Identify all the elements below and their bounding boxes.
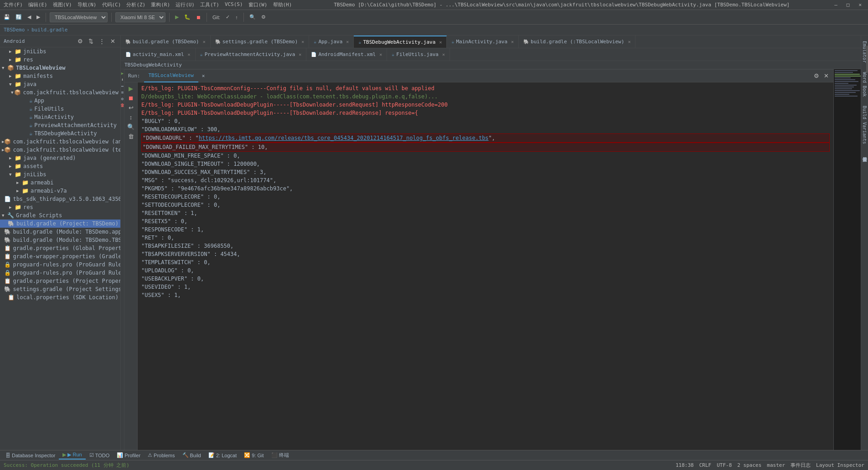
tab-close-icon[interactable]: ✕ — [439, 40, 442, 45]
tree-item-build-gradle-app[interactable]: 🐘 build.gradle (Module: TBSDemo.app) — [0, 228, 120, 236]
tree-item-armeabi-v7a[interactable]: ▶ 📁 armeabi-v7a — [0, 187, 120, 195]
sidebar-gear-icon[interactable]: ⋮ — [98, 37, 106, 45]
sidebar-settings-icon[interactable]: ⚙ — [76, 37, 84, 45]
status-position[interactable]: 118:38 — [676, 462, 694, 468]
git-btn-bottom[interactable]: 🔀 9: Git — [240, 451, 267, 459]
run-config-selector[interactable]: TBSLocalWebview — [50, 12, 108, 22]
breadcrumb-file[interactable]: build.gradle — [31, 27, 67, 33]
menu-tools[interactable]: 工具(T) — [200, 1, 219, 8]
tree-item-preview[interactable]: ☕ PreviewAttachmentActivity — [0, 121, 120, 129]
push-btn[interactable]: ↑ — [233, 14, 240, 21]
menu-code[interactable]: 代码(C) — [102, 1, 121, 8]
tree-item-package3[interactable]: ▶ 📦 com.jackfruit.tbslocalwebview (test) — [0, 146, 120, 154]
logcat-btn[interactable]: 📝 2: Logcat — [205, 451, 240, 459]
build-btn[interactable]: 🔨 Build — [179, 451, 205, 459]
tree-item-package2[interactable]: ▶ 📦 com.jackfruit.tbslocalwebview (andro… — [0, 138, 120, 146]
tree-item-build-gradle-local[interactable]: 🐘 build.gradle (Module: TBSDemo.TBSLocal… — [0, 236, 120, 244]
tree-item-res2[interactable]: ▶ 📁 res — [0, 203, 120, 211]
tab-file-utils[interactable]: ☕ FileUtils.java ✕ — [387, 48, 450, 61]
run-close-btn[interactable]: ✕ — [823, 72, 830, 80]
settings-btn[interactable]: ⚙ — [259, 13, 268, 21]
menu-run[interactable]: 运行(U) — [176, 1, 195, 8]
breadcrumb-project[interactable]: TBSDemo — [4, 27, 25, 33]
run-play-btn[interactable]: ▶ — [126, 84, 135, 93]
sidebar-sort-icon[interactable]: ⇅ — [87, 37, 95, 45]
save-btn[interactable]: 💾 — [2, 13, 12, 21]
status-line-ending[interactable]: CRLF — [699, 462, 712, 468]
database-inspector-btn[interactable]: 🗄 Database Inspector — [2, 452, 59, 459]
tree-item-java[interactable]: ▼ 📁 java — [0, 80, 120, 88]
run-scroll-btn[interactable]: ↕ — [126, 113, 135, 122]
forward-btn[interactable]: ▶ — [35, 13, 42, 21]
tree-item-fileutils[interactable]: ☕ FileUtils — [0, 105, 120, 113]
tree-item-gradle-scripts[interactable]: ▼ 🔧 Gradle Scripts — [0, 211, 120, 220]
window-controls[interactable]: — □ ✕ — [832, 2, 864, 8]
status-event-log[interactable]: 事件日志 — [790, 462, 811, 469]
menu-view[interactable]: 视图(V) — [53, 1, 72, 8]
git-btn[interactable]: Git: — [211, 14, 222, 21]
sidebar-close-icon[interactable]: ✕ — [109, 37, 117, 45]
tab-preview-attachment[interactable]: ☕ PreviewAttachmentActivity.java ✕ — [196, 48, 307, 61]
menu-bar[interactable]: 文件(F) 编辑(E) 视图(V) 导航(N) 代码(C) 分析(Z) 重构(R… — [4, 1, 292, 8]
menu-vcs[interactable]: VCS(S) — [225, 1, 243, 8]
tree-item-proguard1[interactable]: 🔒 proguard-rules.pro (ProGuard Rules for… — [0, 261, 120, 269]
commit-btn[interactable]: ✓ — [224, 13, 232, 21]
run-tool-btn[interactable]: ▶ ▶ Run — [59, 451, 85, 460]
tree-item-res[interactable]: ▶ 📁 res — [0, 56, 120, 64]
status-layout-inspector[interactable]: Layout Inspector — [816, 462, 864, 468]
run-content[interactable]: E/tbs_log: PLUGIN-TbsCommonConfig-----Co… — [138, 82, 833, 450]
status-branch[interactable]: master — [767, 462, 785, 468]
tab-app-java[interactable]: ☕ App.java ✕ — [309, 36, 354, 48]
tree-item-package[interactable]: ▼ 📦 com.jackfruit.tbslocalwebview — [0, 88, 120, 97]
tree-item-tbslocal[interactable]: ▼ 📦 TBSLocalWebview — [0, 64, 120, 72]
tree-item-jnilibs2[interactable]: ▼ 📁 jniLibs — [0, 170, 120, 179]
tab-close-icon[interactable]: ✕ — [511, 39, 514, 44]
tab-main-activity[interactable]: ☕ MainActivity.java ✕ — [447, 36, 519, 48]
tab-close-icon[interactable]: ✕ — [346, 39, 349, 44]
tree-item-app[interactable]: ☕ App — [0, 97, 120, 105]
tab-close-icon[interactable]: ✕ — [442, 52, 445, 57]
close-button[interactable]: ✕ — [856, 2, 864, 8]
run-tab-close[interactable]: ✕ — [202, 73, 205, 79]
tab-close-icon[interactable]: ✕ — [379, 52, 382, 57]
menu-file[interactable]: 文件(F) — [4, 1, 23, 8]
tab-close-icon[interactable]: ✕ — [299, 52, 301, 57]
tree-item-gradle-props-proj[interactable]: 📋 gradle.properties (Project Properties) — [0, 277, 120, 285]
tab-close-icon[interactable]: ✕ — [203, 39, 206, 44]
tree-item-jnilibs[interactable]: ▶ 📁 jniLibs — [0, 47, 120, 56]
tab-activity-xml[interactable]: 📄 activity_main.xml ✕ — [121, 48, 196, 61]
search-btn[interactable]: 🔍 — [248, 13, 258, 21]
menu-window[interactable]: 窗口(W) — [248, 1, 268, 8]
run-filter-btn[interactable]: 🔍 — [126, 123, 135, 131]
tree-item-local-props[interactable]: 📋 local.properties (SDK Location) — [0, 293, 120, 301]
maximize-button[interactable]: □ — [844, 2, 852, 8]
tree-item-proguard2[interactable]: 🔒 proguard-rules.pro (ProGuard Rules for… — [0, 269, 120, 277]
tab-settings-gradle[interactable]: 🐘 settings.gradle (TBSDemo) ✕ — [211, 36, 310, 48]
tree-item-assets[interactable]: ▶ 📁 assets — [0, 162, 120, 170]
back-btn[interactable]: ◀ — [26, 13, 33, 21]
sync-btn[interactable]: 🔄 — [14, 13, 24, 21]
tree-item-build-gradle-project[interactable]: 🐘 build.gradle (Project: TBSDemo) — [0, 220, 120, 228]
todo-btn[interactable]: ☑ TODO — [86, 451, 114, 459]
tree-item-tbssdk[interactable]: 📄 tbs_sdk_thirdapp_v3.5.0.1063_43500_sta… — [0, 195, 120, 203]
log-link[interactable]: https://tbs.imtt.qq.com/release/tbs_core… — [199, 135, 489, 141]
tree-item-settings-gradle[interactable]: 🐘 settings.gradle (Project Settings) — [0, 285, 120, 293]
tree-item-gradle-props-global[interactable]: 📋 gradle.properties (Global Properties) — [0, 244, 120, 252]
stop-button[interactable]: ⏹ — [194, 14, 203, 21]
problems-btn[interactable]: ⚠ Problems — [144, 451, 178, 459]
right-panel-wordbook[interactable]: Word Book — [861, 68, 868, 100]
tab-build-gradle-local[interactable]: 🐘 build.gradle (:TBSLocalWebview) ✕ — [519, 36, 636, 48]
tab-close-icon[interactable]: ✕ — [628, 39, 630, 44]
run-delete-btn[interactable]: 🗑 — [126, 132, 135, 141]
menu-nav[interactable]: 导航(N) — [78, 1, 97, 8]
tree-item-mainactivity[interactable]: ☕ MainActivity — [0, 113, 120, 121]
tree-item-gradle-wrapper[interactable]: 📋 gradle-wrapper.properties (Gradle Vers… — [0, 252, 120, 261]
device-selector[interactable]: Xiaomi MI 8 SE — [115, 12, 165, 22]
tree-item-java-gen[interactable]: ▶ 📁 java (generated) — [0, 154, 120, 162]
profiler-btn[interactable]: 📊 Profiler — [113, 451, 144, 459]
tree-item-armeabi[interactable]: ▶ 📁 armeabi — [0, 179, 120, 187]
run-stop-btn[interactable]: ⏹ — [126, 94, 135, 102]
tab-tbs-debug-web[interactable]: ☕ TBSDebugWebActivity.java ✕ — [354, 36, 447, 48]
run-settings-btn[interactable]: ⚙ — [813, 72, 820, 80]
menu-refactor[interactable]: 重构(R) — [151, 1, 170, 8]
